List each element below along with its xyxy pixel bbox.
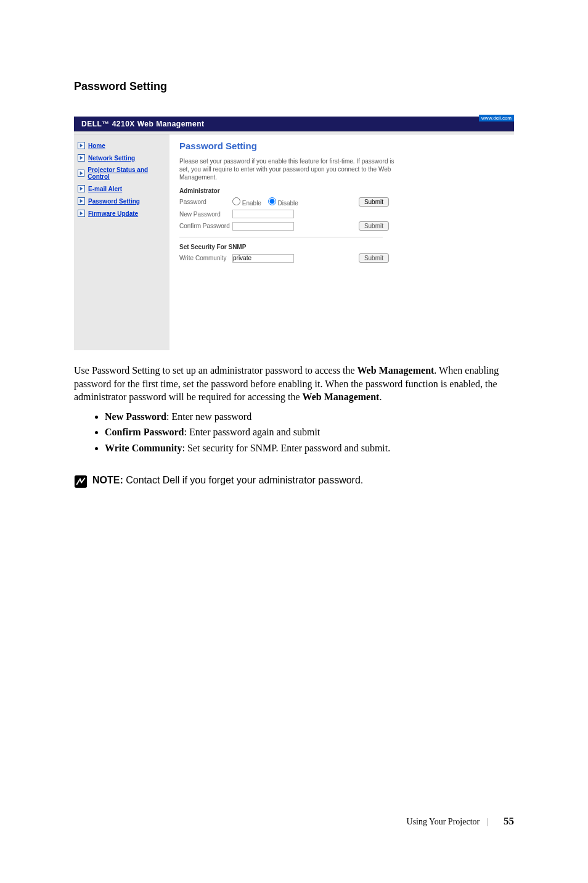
sidebar-item-label: Home	[88, 142, 105, 149]
svg-marker-4	[80, 199, 83, 203]
enable-label: Enable	[242, 200, 261, 207]
page-heading: Password Setting	[74, 80, 514, 93]
administrator-section-label: Administrator	[179, 187, 383, 194]
note-label: NOTE:	[92, 475, 123, 485]
arrow-icon	[78, 154, 85, 162]
sidebar: Home Network Setting Projector Status an…	[74, 134, 169, 350]
new-password-label: New Password	[179, 211, 232, 218]
svg-marker-3	[80, 187, 83, 191]
arrow-icon	[78, 185, 85, 192]
bold-web-management: Web Management	[303, 392, 380, 402]
bold-web-management: Web Management	[357, 365, 434, 376]
note-block: NOTE: Contact Dell if you forget your ad…	[74, 475, 514, 488]
new-password-input[interactable]	[232, 210, 294, 218]
sidebar-item-label: Password Setting	[88, 198, 140, 205]
snmp-section-label: Set Security For SNMP	[179, 244, 383, 250]
svg-marker-5	[80, 212, 83, 215]
svg-marker-0	[80, 144, 83, 147]
bullet-list: New Password: Enter new password Confirm…	[105, 409, 514, 456]
password-label: Password	[179, 199, 232, 205]
dell-logo-text: DELL™ 4210X Web Management	[81, 120, 205, 128]
note-text: NOTE: Contact Dell if you forget your ad…	[92, 475, 363, 486]
note-icon	[74, 475, 88, 488]
confirm-password-input[interactable]	[232, 222, 294, 231]
sidebar-item-label: Firmware Update	[88, 210, 138, 217]
content-description: Please set your password if you enable t…	[179, 157, 401, 181]
password-row: Password Enable Disable Submit	[179, 197, 389, 207]
sidebar-item-label: Network Setting	[88, 155, 135, 162]
paragraph-text: Use Password Setting to set up an admini…	[74, 365, 357, 376]
sidebar-item-password-setting[interactable]: Password Setting	[74, 195, 169, 207]
write-community-input[interactable]	[232, 254, 294, 263]
sidebar-item-label: E-mail Alert	[88, 186, 122, 192]
disable-radio[interactable]	[268, 197, 276, 205]
note-content: Contact Dell if you forget your administ…	[123, 475, 364, 485]
arrow-icon	[78, 170, 84, 177]
svg-marker-2	[80, 171, 83, 175]
sidebar-item-network-setting[interactable]: Network Setting	[74, 152, 169, 164]
confirm-password-row: Confirm Password Submit	[179, 221, 389, 231]
disable-label: Disable	[277, 200, 298, 207]
submit-button[interactable]: Submit	[359, 197, 389, 207]
content-area: Password Setting Please set your passwor…	[169, 134, 514, 350]
web-management-screenshot: www.dell.com DELL™ 4210X Web Management …	[74, 115, 514, 350]
sidebar-item-firmware-update[interactable]: Firmware Update	[74, 207, 169, 220]
arrow-icon	[78, 210, 85, 217]
body-text: Use Password Setting to set up an admini…	[74, 364, 514, 404]
bullet-bold: Write Community	[105, 443, 182, 453]
list-item: Confirm Password: Enter password again a…	[105, 424, 514, 440]
footer: Using Your Projector | 55	[0, 815, 588, 828]
sidebar-item-projector-status[interactable]: Projector Status and Control	[74, 164, 169, 183]
bullet-text: : Enter password again and submit	[184, 427, 320, 437]
bullet-bold: Confirm Password	[105, 427, 184, 437]
page-number: 55	[504, 815, 514, 827]
list-item: New Password: Enter new password	[105, 409, 514, 425]
enable-radio[interactable]	[232, 197, 240, 205]
bullet-text: : Set security for SNMP. Enter password …	[182, 443, 390, 453]
sidebar-item-label: Projector Status and Control	[88, 166, 166, 180]
paragraph-text: .	[379, 392, 382, 402]
bullet-bold: New Password	[105, 411, 166, 422]
svg-marker-1	[80, 156, 83, 160]
content-title: Password Setting	[179, 141, 504, 151]
snmp-row: Write Community Submit	[179, 253, 389, 263]
submit-button-disabled: Submit	[359, 253, 389, 263]
footer-label: Using Your Projector	[407, 817, 480, 826]
header-bar: DELL™ 4210X Web Management	[74, 117, 514, 131]
sidebar-item-home[interactable]: Home	[74, 139, 169, 152]
write-community-label: Write Community	[179, 255, 232, 261]
submit-button-disabled: Submit	[359, 221, 389, 231]
arrow-icon	[78, 142, 85, 149]
divider	[179, 237, 383, 237]
footer-separator: |	[487, 817, 489, 826]
list-item: Write Community: Set security for SNMP. …	[105, 440, 514, 456]
password-radio-group[interactable]: Enable Disable	[232, 197, 312, 207]
sidebar-item-email-alert[interactable]: E-mail Alert	[74, 183, 169, 195]
confirm-password-label: Confirm Password	[179, 223, 232, 229]
bullet-text: : Enter new password	[166, 411, 251, 422]
arrow-icon	[78, 197, 85, 205]
new-password-row: New Password	[179, 210, 389, 218]
